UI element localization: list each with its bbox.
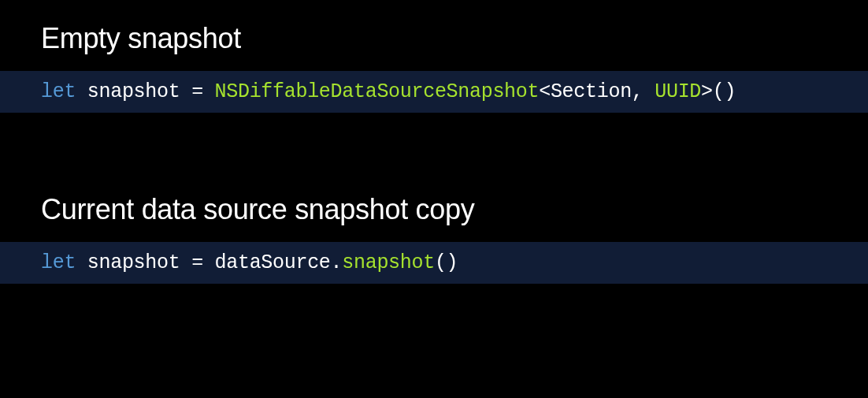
- code-space: [203, 251, 215, 274]
- section-1: Empty snapshot let snapshot = NSDiffable…: [0, 22, 868, 113]
- slide-container: Empty snapshot let snapshot = NSDiffable…: [0, 0, 868, 284]
- code-angle-open: <: [539, 80, 551, 103]
- code-method-snapshot: snapshot: [342, 251, 435, 274]
- code-space: [203, 80, 215, 103]
- code-paren-open: (: [713, 80, 725, 103]
- code-block-1: let snapshot = NSDiffableDataSourceSnaps…: [0, 71, 868, 113]
- code-equals: =: [191, 80, 203, 103]
- code-space: [76, 251, 87, 274]
- code-equals: =: [191, 251, 203, 274]
- heading-empty-snapshot: Empty snapshot: [0, 22, 868, 55]
- code-comma: ,: [632, 80, 644, 103]
- code-keyword-let: let: [41, 80, 76, 103]
- code-generic-section: Section: [551, 80, 632, 103]
- code-paren-close: ): [447, 251, 458, 274]
- code-angle-close: >: [701, 80, 713, 103]
- code-dot: .: [331, 251, 343, 274]
- code-space: [180, 80, 191, 103]
- code-space: [76, 80, 87, 103]
- code-typename-nsdiffable: NSDiffableDataSourceSnapshot: [215, 80, 540, 103]
- code-paren-close: ): [724, 80, 736, 103]
- code-space: [644, 80, 655, 103]
- code-object-datasource: dataSource: [215, 251, 331, 274]
- code-block-2: let snapshot = dataSource.snapshot(): [0, 242, 868, 284]
- heading-current-snapshot: Current data source snapshot copy: [0, 193, 868, 226]
- code-identifier-snapshot: snapshot: [87, 80, 180, 103]
- section-2: Current data source snapshot copy let sn…: [0, 193, 868, 284]
- code-identifier-snapshot: snapshot: [87, 251, 180, 274]
- code-generic-uuid: UUID: [655, 80, 701, 103]
- code-paren-open: (: [435, 251, 447, 274]
- code-keyword-let: let: [41, 251, 76, 274]
- section-spacer: [0, 113, 868, 193]
- code-space: [180, 251, 191, 274]
